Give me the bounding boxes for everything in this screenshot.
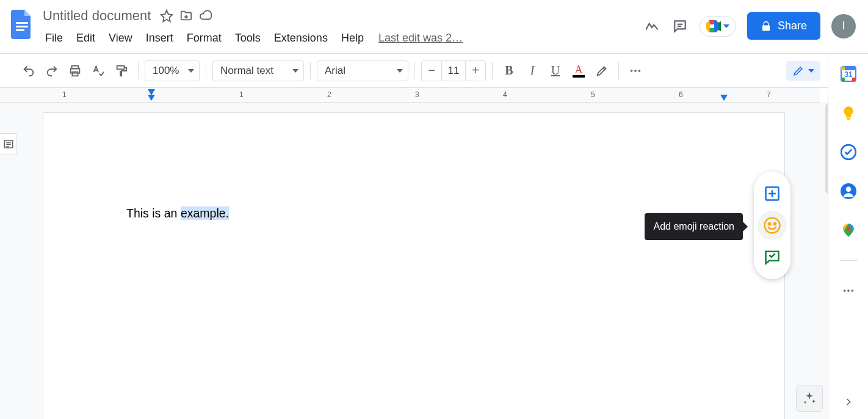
paint-format-button[interactable] [111, 60, 132, 81]
highlight-button[interactable] [591, 60, 612, 81]
svg-rect-29 [846, 118, 850, 120]
toolbar: 100% Normal text Arial − 11 + B I U A [0, 54, 868, 88]
menu-format[interactable]: Format [181, 29, 228, 47]
caret-down-icon [808, 68, 814, 74]
last-edit-link[interactable]: Last edit was 2… [378, 32, 463, 45]
paragraph-style-select[interactable]: Normal text [212, 60, 304, 81]
indent-marker-left[interactable] [148, 95, 155, 101]
calendar-addon[interactable]: 31 [839, 65, 858, 83]
move-icon[interactable] [179, 9, 193, 23]
horizontal-ruler[interactable]: 1 1 2 3 4 5 6 7 [0, 88, 820, 103]
bold-button[interactable]: B [499, 60, 519, 81]
separator [414, 62, 415, 79]
add-emoji-reaction-button[interactable] [758, 211, 787, 240]
activity-icon[interactable] [643, 18, 660, 35]
docs-logo[interactable] [7, 5, 37, 44]
comments-history-icon[interactable] [671, 18, 689, 35]
caret-down-icon [292, 68, 298, 74]
lock-icon [761, 21, 772, 32]
font-select[interactable]: Arial [317, 60, 408, 81]
svg-point-20 [769, 223, 770, 225]
menu-file[interactable]: File [39, 29, 69, 47]
menu-help[interactable]: Help [335, 29, 370, 47]
maps-addon[interactable] [839, 221, 858, 239]
explore-button[interactable] [796, 385, 823, 412]
tasks-addon[interactable] [839, 143, 858, 161]
menu-view[interactable]: View [103, 29, 139, 47]
svg-rect-0 [16, 22, 28, 24]
document-title[interactable]: Untitled document [39, 7, 154, 25]
caret-down-icon [397, 68, 403, 74]
ruler-number: 5 [591, 90, 595, 99]
document-text: This is an [126, 206, 181, 220]
indent-marker-right[interactable] [720, 95, 728, 101]
document-page[interactable]: This is an example. Add emoji reaction [43, 112, 785, 419]
side-separator [840, 260, 857, 261]
cloud-status-icon[interactable] [198, 9, 213, 23]
ruler-number: 1 [62, 90, 67, 99]
zoom-select[interactable]: 100% [145, 60, 200, 81]
svg-rect-25 [852, 78, 856, 81]
font-size-decrease[interactable]: − [422, 61, 441, 81]
more-tools-button[interactable] [625, 60, 646, 81]
ruler-number: 7 [767, 90, 771, 99]
share-button[interactable]: Share [747, 12, 820, 40]
separator [310, 62, 311, 79]
add-comment-button[interactable] [758, 179, 787, 208]
undo-button[interactable] [18, 60, 39, 81]
document-scroll[interactable]: This is an example. Add emoji reaction [0, 103, 828, 419]
font-size-increase[interactable]: + [466, 61, 485, 81]
appbar-right: Share I [643, 5, 861, 40]
svg-point-10 [634, 70, 637, 72]
svg-point-21 [774, 223, 776, 225]
menu-bar: File Edit View Insert Format Tools Exten… [39, 27, 643, 49]
menu-extensions[interactable]: Extensions [268, 29, 334, 47]
side-panel: 31 [828, 54, 868, 419]
share-label: Share [778, 20, 807, 32]
account-avatar[interactable]: I [831, 14, 856, 38]
caret-down-icon [188, 68, 194, 74]
meet-button[interactable] [700, 16, 736, 37]
svg-rect-2 [16, 29, 24, 31]
show-outline-button[interactable] [0, 133, 17, 155]
text-color-button[interactable]: A [568, 60, 589, 81]
keep-addon[interactable] [839, 104, 858, 122]
title-row: Untitled document [39, 5, 643, 27]
editing-mode-button[interactable] [786, 61, 820, 81]
print-button[interactable] [65, 60, 85, 81]
spellcheck-button[interactable] [88, 60, 109, 81]
style-value: Normal text [220, 65, 273, 77]
font-size-input[interactable]: 11 [441, 61, 466, 81]
menu-edit[interactable]: Edit [70, 29, 101, 47]
hide-side-panel-button[interactable] [842, 396, 855, 408]
svg-text:31: 31 [844, 70, 853, 79]
menu-tools[interactable]: Tools [229, 29, 267, 47]
redo-button[interactable] [42, 60, 62, 81]
app-bar: Untitled document File Edit View Insert … [0, 0, 868, 54]
svg-point-36 [851, 290, 853, 292]
font-value: Arial [325, 65, 345, 77]
separator [206, 62, 206, 79]
underline-button[interactable]: U [545, 60, 566, 81]
separator [618, 62, 619, 79]
svg-point-11 [638, 70, 641, 72]
separator [138, 62, 139, 79]
svg-point-32 [845, 186, 851, 192]
ruler-number: 4 [503, 90, 507, 99]
svg-point-33 [846, 227, 850, 231]
meet-icon [706, 20, 721, 32]
get-addons-button[interactable] [839, 282, 858, 300]
insert-strip [754, 172, 790, 279]
caret-down-icon [723, 23, 729, 29]
font-size-control: − 11 + [421, 60, 486, 81]
menu-insert[interactable]: Insert [140, 29, 179, 47]
ruler-number: 3 [415, 90, 419, 99]
selected-text: example. [181, 206, 229, 220]
star-icon[interactable] [159, 9, 174, 23]
svg-rect-8 [117, 65, 125, 69]
suggest-edits-button[interactable] [758, 242, 787, 272]
ruler-number: 2 [327, 90, 331, 99]
contacts-addon[interactable] [839, 182, 858, 200]
zoom-value: 100% [153, 65, 179, 77]
italic-button[interactable]: I [522, 60, 543, 81]
